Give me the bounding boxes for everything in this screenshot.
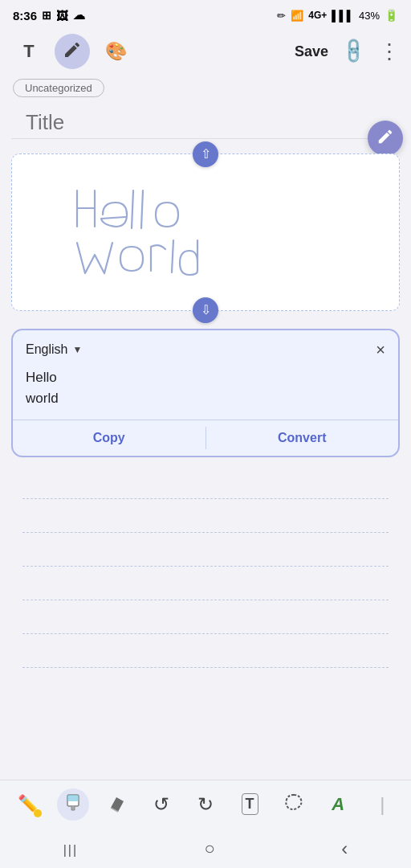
lte-badge: 4G+ xyxy=(308,10,327,21)
handle-up-button[interactable]: ⇧ xyxy=(193,141,218,167)
language-label: English xyxy=(26,342,67,357)
ocr-panel: English ▼ × Helloworld Copy Convert xyxy=(11,329,400,457)
scroll-handle-button[interactable]: | xyxy=(366,788,398,821)
undo-button[interactable]: ↺ xyxy=(145,788,177,821)
text-insert-button[interactable]: T xyxy=(234,788,266,821)
image-icon: 🖼 xyxy=(56,9,68,23)
ruled-line xyxy=(22,499,389,533)
language-dropdown-arrow: ▼ xyxy=(72,344,82,355)
grid-icon: ⊞ xyxy=(42,9,51,22)
pen-tool-button[interactable] xyxy=(55,34,90,69)
copy-button[interactable]: Copy xyxy=(13,420,206,456)
battery-icon: 🔋 xyxy=(385,9,398,22)
highlighter-icon xyxy=(63,792,83,817)
wifi-icon: 📶 xyxy=(291,10,303,22)
eraser-tool-button[interactable] xyxy=(101,788,133,821)
fab-edit-icon xyxy=(376,128,394,149)
pen-tool-bottom-button[interactable]: ✏️ xyxy=(13,788,45,821)
ocr-recognized-text: Helloworld xyxy=(13,364,398,420)
spell-check-button[interactable]: A xyxy=(322,788,354,821)
edit-icon: ✏ xyxy=(277,10,286,22)
ruled-line xyxy=(22,567,389,600)
status-right: ✏ 📶 4G+ ▌▌▌ 43% 🔋 xyxy=(277,9,398,22)
fab-edit-button[interactable] xyxy=(368,121,403,156)
text-insert-icon: T xyxy=(242,793,258,815)
svg-rect-1 xyxy=(67,795,79,801)
bottom-toolbar: ✏️ ↺ ↻ xyxy=(0,780,411,829)
ocr-header: English ▼ × xyxy=(13,330,398,364)
toolbar-left: T 🎨 xyxy=(11,34,133,69)
category-tag[interactable]: Uncategorized xyxy=(13,79,104,97)
top-toolbar: T 🎨 Save 🔗 ⋮ xyxy=(0,29,411,74)
battery-label: 43% xyxy=(359,10,380,22)
chevron-down-icon: ⇩ xyxy=(201,304,211,317)
pen-tool-icon xyxy=(63,40,82,63)
category-row: Uncategorized xyxy=(0,74,411,102)
convert-button[interactable]: Convert xyxy=(206,420,399,456)
ruled-line xyxy=(22,465,389,499)
redo-icon: ↻ xyxy=(197,793,214,816)
save-button[interactable]: Save xyxy=(295,43,328,60)
text-tool-icon: T xyxy=(23,41,34,62)
palette-tool-button[interactable]: 🎨 xyxy=(98,34,133,69)
redo-button[interactable]: ↻ xyxy=(189,788,222,821)
back-icon: ‹ xyxy=(341,837,348,859)
status-bar: 8:36 ⊞ 🖼 ☁ ✏ 📶 4G+ ▌▌▌ 43% 🔋 xyxy=(0,0,411,29)
note-content: ⇧ xyxy=(11,154,400,668)
toolbar-right: Save 🔗 ⋮ xyxy=(295,39,400,64)
handwriting-canvas[interactable] xyxy=(20,162,391,299)
chevron-up-icon: ⇧ xyxy=(201,148,211,161)
undo-icon: ↺ xyxy=(153,793,169,816)
ocr-close-button[interactable]: × xyxy=(376,342,385,358)
ruled-line xyxy=(22,634,389,668)
title-input[interactable] xyxy=(26,110,385,135)
palette-icon: 🎨 xyxy=(105,41,127,62)
text-tool-button[interactable]: T xyxy=(11,34,47,69)
status-time: 8:36 ⊞ 🖼 ☁ xyxy=(13,8,85,23)
handle-down-button[interactable]: ⇩ xyxy=(193,297,218,323)
attach-icon[interactable]: 🔗 xyxy=(339,36,368,66)
nav-bar: ||| ○ ‹ xyxy=(0,829,411,868)
handwriting-box: ⇧ xyxy=(11,154,400,311)
recent-apps-button[interactable]: ||| xyxy=(47,832,94,866)
home-button[interactable]: ○ xyxy=(189,832,231,866)
ruled-lines xyxy=(22,465,389,668)
pen-color-badge xyxy=(34,809,42,817)
eraser-icon xyxy=(107,792,128,817)
scroll-handle-icon: | xyxy=(380,793,385,816)
signal-icon: ▌▌▌ xyxy=(332,10,354,22)
back-button[interactable]: ‹ xyxy=(325,831,364,866)
highlighter-tool-button[interactable] xyxy=(57,788,89,821)
lasso-select-button[interactable] xyxy=(278,788,310,821)
ruled-line xyxy=(22,600,389,634)
more-options-icon[interactable]: ⋮ xyxy=(379,39,400,64)
home-icon: ○ xyxy=(205,838,215,858)
time-display: 8:36 xyxy=(13,9,37,23)
title-area xyxy=(11,102,400,139)
recent-apps-icon: ||| xyxy=(63,843,78,857)
cloud-icon: ☁ xyxy=(73,8,85,23)
spell-check-icon: A xyxy=(332,794,344,815)
ocr-text-content: Helloworld xyxy=(26,370,59,406)
language-selector[interactable]: English ▼ xyxy=(26,342,82,357)
ocr-actions-row: Copy Convert xyxy=(13,420,398,456)
ruled-line xyxy=(22,533,389,567)
lasso-icon xyxy=(283,792,304,817)
